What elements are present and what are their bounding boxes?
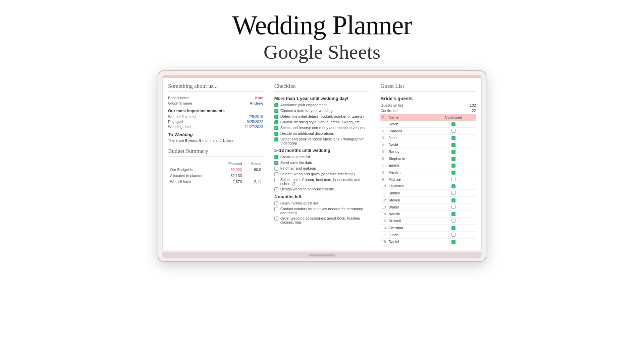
checklist-item-text: Select and reserve ceremony and receptio…	[280, 126, 365, 130]
laptop-base	[162, 252, 482, 258]
budget-row1-actual: 60,0	[244, 167, 263, 172]
guest-checkbox-unchecked	[451, 233, 455, 237]
guest-checkbox-checked: ✓	[451, 164, 455, 168]
budget-section: Budget Summary Planned Actual Our Budget	[168, 148, 263, 185]
checklist-item-text: Decide on additional decorations	[280, 131, 334, 135]
guest-confirmed-cell: ✓	[431, 238, 476, 245]
guest-number: 16	[380, 225, 387, 232]
guest-checkbox-checked: ✓	[451, 198, 455, 202]
countdown-days: 1	[223, 138, 225, 142]
moment-met-value: 7/5/2019	[249, 115, 263, 119]
checkbox-checked: ✓	[274, 115, 278, 119]
guest-checkbox-checked: ✓	[451, 240, 455, 244]
checklist-item-text: Send save the date	[280, 161, 312, 165]
col-confirmed: Confirmed	[431, 114, 476, 121]
sub-title: Google Sheets	[232, 41, 412, 64]
guest-number: 7	[380, 162, 387, 169]
guest-table-header: # Name Confirmed	[380, 114, 476, 121]
budget-row3-label: We still have	[169, 179, 219, 184]
guest-confirmed-cell	[431, 190, 476, 197]
guest-number: 1	[380, 121, 387, 127]
budget-row2-label: Allocated in planner	[169, 173, 219, 178]
guest-checkbox-unchecked	[451, 205, 455, 209]
guest-table-row: 15Russell	[380, 218, 476, 225]
about-title: Something about us...	[168, 83, 263, 92]
guest-checkbox-checked: ✓	[451, 136, 455, 140]
guest-table-row: 14Natalie✓	[380, 210, 476, 218]
planned-header: Planned	[220, 161, 244, 166]
checklist-item-text: Choose a date for your wedding.	[280, 109, 334, 113]
checklist-item: ✓ Send save the date	[274, 161, 370, 165]
checklist-item: Design wedding announcements	[274, 187, 370, 191]
budget-row-2: Allocated in planner 62,130	[169, 173, 263, 178]
countdown-section: To Wedding There are 0 years, 5 months a…	[168, 132, 263, 142]
guest-table-row: 18Daniel✓	[380, 238, 476, 245]
col-name: Name	[387, 114, 431, 121]
guest-name: David	[387, 141, 431, 148]
moments-title: Our most important moments	[168, 109, 263, 113]
guest-checkbox-checked: ✓	[451, 150, 455, 154]
checklist-item: Select tuxedo and gown (schedule first f…	[274, 172, 370, 176]
checkbox-unchecked	[274, 201, 278, 205]
brides-guests-title: Bride's guests	[380, 96, 476, 101]
guest-checkbox-checked: ✓	[451, 184, 455, 188]
guest-table-row: 4David✓	[380, 141, 476, 148]
guest-name: Michael	[387, 176, 431, 183]
moment-engaged: Engaged 9/25/2022	[168, 120, 263, 124]
checklist-panel: Checklist More than 1 year until wedding…	[269, 78, 375, 250]
spreadsheet: Something about us... Bride's name Kate …	[163, 75, 481, 250]
checklist-item-text: Create a guest list	[280, 155, 310, 159]
guest-confirmed-cell: ✓	[431, 210, 476, 218]
checklist-item: Begin inviting guest list	[274, 201, 370, 205]
checkbox-checked: ✓	[274, 155, 278, 159]
guest-number: 18	[380, 238, 387, 245]
checklist-item: ✓ Choose wedding style, venue, dress, tu…	[274, 120, 370, 124]
guest-checkbox-checked: ✓	[451, 122, 455, 126]
bride-name: Kate	[255, 96, 263, 100]
guest-table-row: 16Christina✓	[380, 225, 476, 232]
guest-confirmed-cell: ✓	[431, 121, 476, 127]
guest-number: 17	[380, 231, 387, 238]
guest-table-row: 13Walter	[380, 203, 476, 210]
countdown-years: 0	[185, 138, 187, 142]
confirmed-row: Confirmed 22	[380, 109, 476, 113]
checklist-item: ✓ Decide on additional decorations	[274, 131, 370, 136]
checklist-item-text: Begin inviting guest list	[280, 201, 318, 205]
guest-table-row: 9Michael	[380, 176, 476, 183]
countdown-months: 5	[199, 138, 201, 142]
actual-header: Actual	[244, 161, 263, 166]
guest-list-title: Guest List	[380, 83, 476, 92]
guest-confirmed-cell: ✓	[431, 155, 476, 162]
guest-table-row: 10Laurence✓	[380, 183, 476, 190]
guest-number: 11	[380, 190, 387, 197]
main-title: Wedding Planner	[232, 10, 412, 41]
guest-confirmed-cell: ✓	[431, 134, 476, 141]
budget-row2-actual	[244, 173, 263, 178]
guest-name: Walter	[387, 203, 431, 210]
guest-table: # Name Confirmed 1Helen✓2Frances3Jean✓4D…	[380, 114, 476, 245]
checklist-item: ✓ Create a guest list	[274, 155, 370, 159]
guest-checkbox-checked: ✓	[451, 226, 455, 230]
guest-table-row: 1Helen✓	[380, 121, 476, 127]
guest-table-row: 12Steven✓	[380, 197, 476, 204]
guest-table-row: 3Jean✓	[380, 134, 476, 141]
guest-confirmed-cell: ✓	[431, 141, 476, 148]
moment-met: We met first time 7/5/2019	[168, 115, 263, 119]
guest-name: Daniel	[387, 238, 431, 245]
budget-row1-planned: 65,000	[220, 167, 244, 172]
guest-confirmed-cell	[431, 218, 476, 225]
checklist-item: Select maid of honor, best man, bridesma…	[274, 178, 370, 186]
checklist-item: Find hair and makeup	[274, 166, 370, 171]
guest-table-row: 2Frances	[380, 127, 476, 134]
laptop-notch	[309, 254, 335, 256]
guest-number: 14	[380, 210, 387, 218]
budget-row3-actual: 2,11	[244, 179, 263, 184]
guest-number: 3	[380, 134, 387, 141]
guest-checkbox-checked: ✓	[451, 212, 455, 216]
moment-engaged-value: 9/25/2022	[247, 120, 263, 124]
laptop-frame: Something about us... Bride's name Kate …	[158, 70, 486, 262]
guest-confirmed-cell	[431, 231, 476, 238]
budget-row-1: Our Budget is 65,000 60,0	[169, 167, 263, 172]
checkbox-unchecked	[274, 172, 278, 176]
checkbox-checked: ✓	[274, 126, 278, 130]
